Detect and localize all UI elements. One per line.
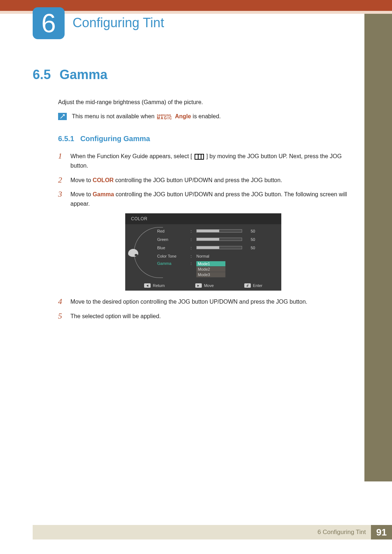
- right-gutter: [364, 14, 392, 481]
- keyword-gamma: Gamma: [93, 191, 114, 197]
- step-body: Move to the desired option controlling t…: [70, 297, 348, 307]
- osd-footer-move-label: Move: [204, 283, 214, 288]
- footer-text: 6 Configuring Tint: [318, 529, 371, 536]
- step-5: 5 The selected option will be applied.: [58, 312, 348, 321]
- osd-footer-enter: ↲ Enter: [244, 283, 262, 288]
- section-heading: 6.5 Gamma: [33, 67, 348, 82]
- note-icon: [58, 113, 67, 120]
- osd-colon: :: [191, 246, 193, 250]
- osd-colon: :: [191, 254, 193, 258]
- content: 6.5 Gamma Adjust the mid-range brightnes…: [33, 67, 348, 326]
- step-text-b: controlling the JOG button UP/DOWN and p…: [114, 177, 282, 183]
- osd-row-gamma: Gamma : Mode1 Mode2 Mode3: [157, 261, 276, 278]
- step-3: 3 Move to Gamma controlling the JOG butt…: [58, 190, 348, 208]
- step-4: 4 Move to the desired option controlling…: [58, 297, 348, 307]
- osd-text-value: Normal: [196, 254, 209, 258]
- step-number: 2: [58, 176, 64, 185]
- step-text-a: When the Function Key Guide appears, sel…: [70, 153, 192, 159]
- chapter-number: 6: [41, 8, 56, 38]
- section-title: Gamma: [60, 67, 107, 82]
- osd-label: Blue: [157, 246, 187, 250]
- osd-row-green: Green : 50: [157, 236, 276, 242]
- step-body: When the Function Key Guide appears, sel…: [70, 152, 348, 170]
- osd-colon: :: [191, 229, 193, 233]
- osd-row-blue: Blue : 50: [157, 245, 276, 251]
- intro-paragraph: Adjust the mid-range brightness (Gamma) …: [58, 98, 348, 106]
- osd-footer-enter-label: Enter: [253, 283, 262, 288]
- note-row: This menu is not available when SAMSUNG …: [58, 113, 348, 120]
- osd-gamma-modes: Mode1 Mode2 Mode3: [196, 261, 225, 278]
- osd-value: 50: [246, 246, 255, 250]
- step-1: 1 When the Function Key Guide appears, s…: [58, 152, 348, 170]
- section-number: 6.5: [33, 67, 51, 82]
- step-text-a: Move to: [70, 177, 93, 183]
- osd-rows: Red : 50 Green : 50 Blue :: [148, 228, 276, 278]
- subsection-heading: 6.5.1 Configuring Gamma: [58, 135, 348, 143]
- osd-footer-move: ▸ Move: [195, 283, 214, 288]
- step-number: 5: [58, 312, 64, 321]
- step-body: Move to COLOR controlling the JOG button…: [70, 176, 348, 185]
- osd-label: Green: [157, 237, 187, 242]
- osd-value: 50: [246, 237, 255, 242]
- osd-footer-return: ◄ Return: [144, 283, 165, 288]
- osd-slider: [196, 229, 242, 233]
- osd-slider: [196, 238, 242, 241]
- keyword-color: COLOR: [93, 177, 114, 183]
- osd-arc-column: [130, 228, 143, 278]
- osd-colon: :: [191, 261, 193, 266]
- osd-label: Color Tone: [157, 254, 187, 258]
- return-key-icon: ◄: [144, 283, 151, 288]
- samsung-magic-logo: SAMSUNG MAGIC: [157, 114, 172, 120]
- note-angle: Angle: [175, 113, 191, 119]
- osd-colon: :: [191, 237, 193, 242]
- osd-footer: ◄ Return ▸ Move ↲ Enter: [125, 280, 281, 291]
- osd-slider: [196, 246, 242, 249]
- footer-page-number: 91: [371, 525, 392, 539]
- enter-key-icon: ↲: [244, 283, 251, 288]
- osd-label-selected: Gamma: [157, 261, 187, 266]
- osd-row-color-tone: Color Tone : Normal: [157, 253, 276, 259]
- note-suffix: is enabled.: [193, 113, 221, 119]
- step-body: The selected option will be applied.: [70, 312, 348, 321]
- step-number: 1: [58, 152, 64, 170]
- osd-label: Red: [157, 229, 187, 233]
- note-prefix: This menu is not available when: [72, 113, 156, 119]
- osd-mode-2: Mode2: [196, 267, 225, 272]
- steps-list: 1 When the Function Key Guide appears, s…: [58, 152, 348, 321]
- osd-mode-3: Mode3: [196, 272, 225, 278]
- menu-icon: [195, 154, 204, 160]
- note-text: This menu is not available when SAMSUNG …: [72, 113, 221, 120]
- step-2: 2 Move to COLOR controlling the JOG butt…: [58, 176, 348, 185]
- step-body: Move to Gamma controlling the JOG button…: [70, 190, 348, 208]
- step-number: 4: [58, 297, 64, 307]
- osd-screenshot: COLOR Red : 50 Green :: [125, 213, 281, 291]
- osd-footer-return-label: Return: [153, 283, 165, 288]
- chapter-badge: 6: [33, 7, 65, 39]
- osd-mode-1: Mode1: [196, 261, 225, 267]
- footer-band: 6 Configuring Tint 91: [33, 525, 392, 539]
- palette-icon: [128, 249, 138, 257]
- step-text-a: Move to: [70, 191, 93, 197]
- subsection-title: Configuring Gamma: [80, 135, 150, 143]
- osd-body: Red : 50 Green : 50 Blue :: [125, 224, 281, 280]
- osd-title: COLOR: [125, 213, 281, 224]
- osd-value: 50: [246, 229, 255, 233]
- move-key-icon: ▸: [195, 283, 202, 288]
- osd-row-red: Red : 50: [157, 228, 276, 234]
- step-number: 3: [58, 190, 64, 208]
- chapter-title: Configuring Tint: [73, 15, 164, 30]
- magic-big: MAGIC: [157, 116, 172, 120]
- subsection-number: 6.5.1: [58, 135, 74, 143]
